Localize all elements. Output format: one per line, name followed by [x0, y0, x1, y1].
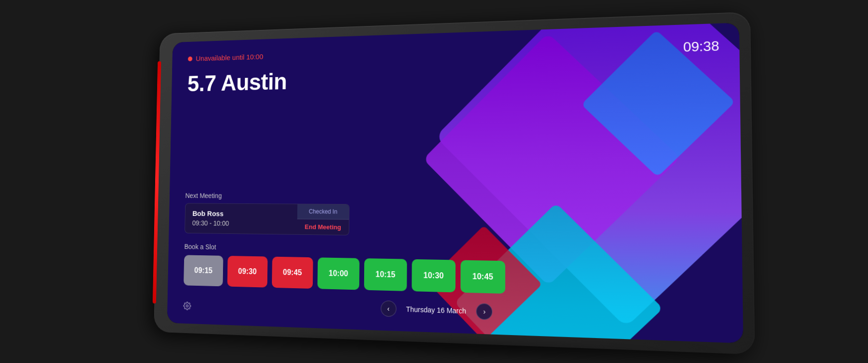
slot-button-1000[interactable]: 10:00 [317, 257, 359, 290]
checked-in-badge: Checked In [297, 204, 349, 220]
red-accent-strip [153, 61, 161, 304]
status-dot [188, 56, 193, 61]
meeting-name: Bob Ross [193, 209, 290, 218]
prev-button[interactable]: ‹ [381, 301, 396, 317]
navigation-row: ‹ Thursday 16 March › [183, 295, 722, 327]
status-unavailable: Unavailable until 10:00 [188, 52, 263, 63]
meeting-time: 09:30 - 10:00 [192, 219, 290, 228]
slot-button-1045[interactable]: 10:45 [460, 260, 505, 294]
end-meeting-button[interactable]: End Meeting [297, 219, 349, 235]
tablet-device: Unavailable until 10:00 09:38 5.7 Austin… [154, 12, 755, 355]
time-display: 09:38 [683, 38, 719, 55]
nav-date: Thursday 16 March [406, 305, 466, 315]
scene: Unavailable until 10:00 09:38 5.7 Austin… [0, 0, 868, 363]
chevron-right-icon: › [483, 308, 486, 316]
slot-button-0915[interactable]: 09:15 [184, 255, 223, 286]
slot-button-1015[interactable]: 10:15 [364, 258, 407, 291]
slot-button-0930[interactable]: 09:30 [227, 256, 268, 288]
status-text: Unavailable until 10:00 [196, 52, 263, 62]
meeting-info: Bob Ross 09:30 - 10:00 [185, 203, 297, 234]
slots-row: 09:15 09:30 09:45 10:00 10:15 [184, 255, 722, 299]
chevron-left-icon: ‹ [387, 305, 390, 313]
slot-button-1030[interactable]: 10:30 [412, 259, 455, 293]
settings-button[interactable] [183, 302, 191, 313]
slot-button-0945[interactable]: 09:45 [272, 257, 313, 289]
svg-point-0 [186, 305, 188, 307]
meeting-actions: Checked In End Meeting [297, 204, 349, 235]
screen: Unavailable until 10:00 09:38 5.7 Austin… [167, 23, 743, 344]
next-button[interactable]: › [476, 303, 493, 320]
screen-bezel: Unavailable until 10:00 09:38 5.7 Austin… [167, 23, 743, 344]
next-meeting-label: Next Meeting [185, 192, 721, 202]
meeting-card: Bob Ross 09:30 - 10:00 Checked In End Me… [185, 203, 350, 235]
screen-content: Unavailable until 10:00 09:38 5.7 Austin… [167, 23, 743, 344]
